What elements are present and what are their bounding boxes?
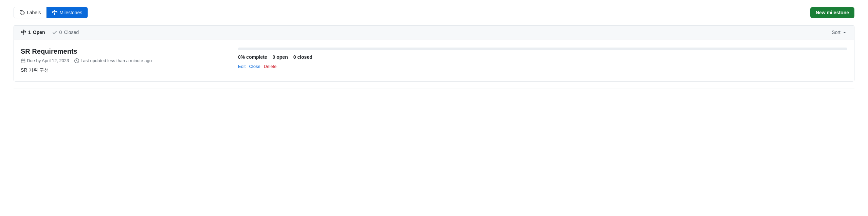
tab-group: Labels Milestones: [14, 7, 88, 18]
due-date-text: Due by April 12, 2023: [27, 58, 69, 63]
sort-button[interactable]: Sort: [832, 30, 847, 35]
milestone-item: SR Requirements Due by April 12, 2023: [14, 39, 854, 82]
toolbar: Labels Milestones New milestone: [14, 7, 854, 18]
bottom-divider: [14, 89, 854, 89]
milestone-description: SR 기획 구성: [21, 67, 224, 73]
open-issues-value: 0 open: [273, 54, 288, 60]
progress-percent: 0% complete: [238, 54, 267, 60]
sort-label: Sort: [832, 30, 840, 35]
tab-labels-text: Labels: [27, 10, 41, 15]
milestone-actions: Edit Close Delete: [238, 64, 847, 69]
milestone-icon: [52, 10, 57, 15]
close-link[interactable]: Close: [249, 64, 260, 69]
open-label: Open: [33, 30, 45, 35]
open-issues: 0 open: [273, 54, 288, 60]
chevron-down-icon: [842, 30, 847, 35]
closed-issues: 0 closed: [293, 54, 312, 60]
milestone-right: 0% complete 0 open 0 closed Edit Close D…: [238, 48, 847, 73]
check-icon: [52, 30, 57, 35]
delete-link[interactable]: Delete: [264, 64, 277, 69]
tab-labels[interactable]: Labels: [14, 7, 47, 18]
open-count: 1: [28, 30, 31, 35]
calendar-icon: [21, 58, 25, 63]
edit-link[interactable]: Edit: [238, 64, 246, 69]
closed-filter[interactable]: 0 Closed: [52, 30, 79, 35]
progress-percent-value: 0% complete: [238, 54, 267, 60]
clock-icon: [74, 58, 79, 63]
due-date: Due by April 12, 2023: [21, 58, 69, 63]
milestone-left: SR Requirements Due by April 12, 2023: [21, 48, 224, 73]
milestone-content: SR Requirements Due by April 12, 2023: [21, 48, 847, 73]
tab-milestones[interactable]: Milestones: [47, 7, 88, 18]
milestone-list: SR Requirements Due by April 12, 2023: [14, 39, 854, 82]
new-milestone-button[interactable]: New milestone: [810, 7, 854, 18]
filter-status: 1 Open 0 Closed: [21, 30, 79, 35]
milestone-open-icon: [21, 30, 26, 35]
closed-issues-value: 0 closed: [293, 54, 312, 60]
open-filter[interactable]: 1 Open: [21, 30, 45, 35]
milestone-title: SR Requirements: [21, 48, 224, 55]
progress-stats: 0% complete 0 open 0 closed: [238, 54, 847, 60]
tab-milestones-text: Milestones: [59, 10, 82, 15]
filter-bar: 1 Open 0 Closed Sort: [14, 25, 854, 39]
closed-label: Closed: [64, 30, 79, 35]
new-milestone-label: New milestone: [816, 10, 849, 15]
milestone-meta: Due by April 12, 2023 Last updated less …: [21, 58, 224, 63]
progress-bar-container: [238, 48, 847, 50]
tag-icon: [19, 10, 25, 15]
updated-text: Last updated less than a minute ago: [80, 58, 152, 63]
updated-time: Last updated less than a minute ago: [74, 58, 152, 63]
closed-count: 0: [59, 30, 62, 35]
